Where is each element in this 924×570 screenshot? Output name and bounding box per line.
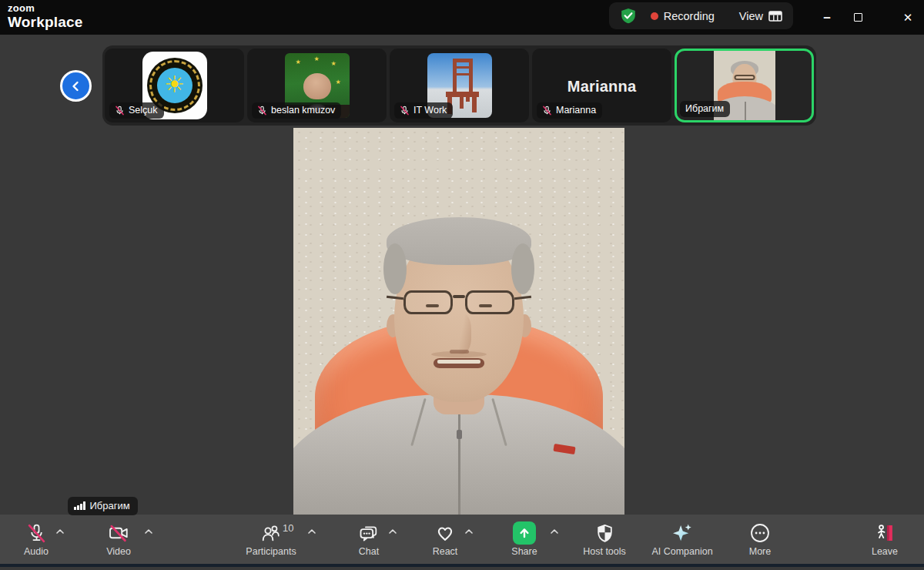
active-speaker-name: Ибрагим <box>90 500 130 511</box>
recording-indicator: Recording <box>651 10 715 22</box>
window-bottom-edge <box>0 564 924 567</box>
view-button[interactable]: View <box>739 10 782 22</box>
chevron-up-icon[interactable] <box>145 529 152 534</box>
ai-companion-label: AI Companion <box>651 546 712 557</box>
participant-name: Selçuk <box>129 105 158 116</box>
participant-name: beslan kmuzov <box>271 105 335 116</box>
more-button[interactable]: More <box>714 521 806 557</box>
heart-icon <box>434 522 456 544</box>
flag-star-icon: ★ <box>314 56 320 62</box>
leave-button[interactable]: Leave <box>839 521 924 557</box>
participants-label: Participants <box>246 546 296 557</box>
maximize-icon <box>854 13 862 22</box>
audio-button[interactable]: Audio <box>0 521 82 557</box>
close-button[interactable]: ✕ <box>895 0 921 35</box>
host-tools-shield-icon <box>594 523 615 544</box>
gallery-view-icon <box>768 11 782 22</box>
participants-button[interactable]: 10 Participants <box>225 521 317 557</box>
more-label: More <box>749 546 771 557</box>
participant-tile-beslan[interactable]: ★ ★ ★ ★ beslan kmuzov <box>247 49 387 122</box>
main-speaker-video <box>293 128 624 515</box>
window-titlebar: zoom Workplace Recording View – ✕ <box>0 0 924 35</box>
meeting-stage: ☀ Selçuk ★ ★ ★ <box>0 35 924 567</box>
connection-signal-icon <box>74 501 85 510</box>
participant-nameplate: Ибрагим <box>680 101 730 117</box>
video-label: Video <box>106 546 131 557</box>
participant-filmstrip: ☀ Selçuk ★ ★ ★ <box>102 45 816 126</box>
chevron-up-icon[interactable] <box>56 529 64 534</box>
share-button[interactable]: Share <box>478 521 571 557</box>
chevron-left-icon <box>70 80 82 92</box>
view-label: View <box>739 10 763 22</box>
participant-nameplate: beslan kmuzov <box>252 102 341 119</box>
meeting-status-pill: Recording View <box>609 2 793 29</box>
minimize-button[interactable]: – <box>814 0 840 35</box>
leave-label: Leave <box>872 546 898 557</box>
participant-nameplate: Selçuk <box>109 102 164 119</box>
participant-name: Marianna <box>556 105 596 116</box>
speaker-mouth <box>434 358 484 368</box>
camera-off-icon <box>108 522 129 544</box>
participant-name: Ибрагим <box>685 103 724 114</box>
participant-nameplate: IT Work <box>394 102 453 119</box>
logo-workplace-text: Workplace <box>8 15 83 29</box>
more-ellipsis-icon <box>749 522 771 544</box>
security-shield-icon <box>620 8 637 25</box>
chevron-up-icon[interactable] <box>308 529 316 534</box>
ai-companion-sparkle-icon <box>671 521 694 545</box>
participant-tile-marianna[interactable]: Marianna Marianna <box>532 49 671 122</box>
audio-label: Audio <box>24 546 49 557</box>
participant-tile-itwork[interactable]: IT Work <box>390 49 529 122</box>
mic-muted-icon <box>115 106 125 116</box>
flag-star-icon: ★ <box>296 59 301 65</box>
maximize-button[interactable] <box>845 0 871 35</box>
participant-display-name: Marianna <box>532 78 671 96</box>
chevron-up-icon[interactable] <box>389 529 397 534</box>
participants-count-badge: 10 <box>283 522 293 534</box>
mic-muted-icon <box>542 106 552 116</box>
previous-page-button[interactable] <box>60 70 92 102</box>
participant-name: IT Work <box>413 105 447 116</box>
react-label: React <box>433 546 458 557</box>
mic-muted-icon <box>26 523 47 544</box>
chat-label: Chat <box>359 546 379 557</box>
participant-tile-selcuk[interactable]: ☀ Selçuk <box>105 49 244 122</box>
mic-muted-icon <box>400 106 410 116</box>
host-tools-label: Host tools <box>583 546 626 557</box>
flag-star-icon: ★ <box>336 79 341 86</box>
logo-zoom-text: zoom <box>8 3 83 13</box>
zoom-workplace-logo: zoom Workplace <box>8 3 83 29</box>
recording-dot-icon <box>651 12 658 20</box>
mic-muted-icon <box>257 106 267 116</box>
participants-icon <box>260 522 282 544</box>
chevron-up-icon[interactable] <box>465 529 473 534</box>
share-screen-icon <box>513 521 536 545</box>
react-button[interactable]: React <box>399 521 491 557</box>
participant-nameplate: Marianna <box>537 102 602 119</box>
chevron-up-icon[interactable] <box>551 529 558 534</box>
chat-icon <box>358 522 380 544</box>
recording-label: Recording <box>664 10 715 22</box>
participant-tile-ibragim-active[interactable]: Ибрагим <box>675 49 814 122</box>
leave-door-icon <box>874 522 896 544</box>
video-button[interactable]: Video <box>72 521 165 557</box>
flag-star-icon: ★ <box>331 61 336 67</box>
participant-head <box>303 73 331 99</box>
share-label: Share <box>511 546 537 557</box>
active-speaker-nameplate: Ибрагим <box>68 497 138 515</box>
